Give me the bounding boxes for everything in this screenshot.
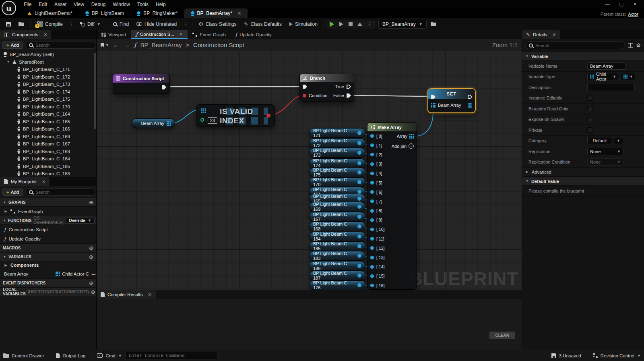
tree-item[interactable]: BP_LightBeam_C_172 xyxy=(0,73,96,81)
compile-options-kebab[interactable]: ⋮ xyxy=(67,21,76,27)
make-array-node[interactable]: Make Array [ 0] [ 1] [ 2] [ 3] [ 4] [ 5]… xyxy=(367,122,417,290)
add-local-variable-icon[interactable]: ⊕ xyxy=(91,289,95,295)
class-settings-button[interactable]: ⚙Class Settings xyxy=(195,19,240,29)
my-blueprint-search[interactable] xyxy=(25,188,96,196)
beam-array-get-node[interactable]: Beam Array xyxy=(132,118,175,128)
eventgraph-row[interactable]: ▶ EventGraph xyxy=(0,207,96,216)
default-value-section-header[interactable]: ▼Default Value xyxy=(522,176,644,186)
forward-button[interactable]: → xyxy=(124,41,130,49)
array-element-pin[interactable]: [ 12] xyxy=(367,243,417,253)
object-output-pin[interactable] xyxy=(357,274,361,278)
bookmarks-dropdown[interactable]: ▼ xyxy=(101,43,109,48)
hide-unrelated-options-kebab[interactable]: ⋮ xyxy=(181,21,190,27)
details-search[interactable] xyxy=(525,41,625,49)
object-output-pin[interactable] xyxy=(357,151,361,155)
close-icon[interactable]: ✕ xyxy=(237,11,241,16)
add-dispatcher-icon[interactable]: ⊕ xyxy=(89,280,93,286)
unsaved-assets-button[interactable]: 3 Unsaved xyxy=(551,353,581,358)
closed-eye-icon[interactable] xyxy=(91,272,96,275)
object-output-pin[interactable] xyxy=(357,190,361,194)
expander-arrow-icon[interactable]: ▶ xyxy=(4,210,8,213)
local-variables-section-header[interactable]: LOCAL VARIABLES(USERCONSTRUCTIONSCRIPT) … xyxy=(0,287,96,296)
play-button[interactable] xyxy=(328,21,336,28)
menu-debug[interactable]: Debug xyxy=(88,1,109,8)
tree-item[interactable]: BP_LightBeam_C_166 xyxy=(0,125,96,133)
hide-unrelated-button[interactable]: Hide Unrelated xyxy=(133,20,180,29)
true-exec-pin[interactable] xyxy=(347,85,351,89)
set-beam-array-node[interactable]: SET Beam Array xyxy=(427,88,476,113)
class-defaults-button[interactable]: ✎Class Defaults xyxy=(240,20,285,29)
private-checkbox[interactable] xyxy=(587,127,592,133)
tree-item[interactable]: BP_LightBeam_C_165 xyxy=(0,118,96,126)
object-output-pin[interactable] xyxy=(357,234,361,239)
graphs-section-header[interactable]: ▼GRAPHS ⊕ xyxy=(0,198,96,207)
array-element-pin[interactable]: [ 5] xyxy=(367,178,417,187)
object-output-pin[interactable] xyxy=(357,161,361,165)
close-icon[interactable]: ✕ xyxy=(179,32,183,37)
tree-item[interactable]: BP_LightBeam_C_164 xyxy=(0,110,96,118)
compiler-results-tab[interactable]: Compiler Results ✕ xyxy=(97,290,156,299)
tab-construction-script[interactable]: ƒConstruction S... ✕ xyxy=(131,30,188,39)
tab-bp-ringmaker[interactable]: BP_RingMaker* xyxy=(130,8,184,18)
array-element-pin[interactable]: [ 13] xyxy=(367,253,417,262)
get-node[interactable]: BP Light Beam C 171 xyxy=(309,128,365,138)
components-search-input[interactable] xyxy=(35,43,93,48)
array-element-pin[interactable]: [ 11] xyxy=(367,234,417,243)
tab-bp-beamarray[interactable]: BP_BeamArray* ✕ xyxy=(184,8,248,18)
get-node[interactable]: BP Light Beam C 168 xyxy=(309,222,365,231)
find-button[interactable]: Find xyxy=(109,20,132,29)
scrollbar[interactable] xyxy=(94,53,96,129)
frame-skip-button[interactable] xyxy=(337,21,345,28)
expose-on-spawn-checkbox[interactable] xyxy=(587,117,592,122)
menu-asset[interactable]: Asset xyxy=(51,1,70,8)
get-node[interactable]: BP Light Beam C 183 xyxy=(309,251,365,261)
array-element-pin[interactable]: [ 14] xyxy=(367,262,417,272)
tree-item[interactable]: BP_LightBeam_C_175 xyxy=(0,95,96,103)
close-icon[interactable]: ✕ xyxy=(552,32,556,37)
console-command-input[interactable] xyxy=(126,352,217,359)
tree-item[interactable]: BP_LightBeam_C_174 xyxy=(0,88,96,96)
object-output-pin[interactable] xyxy=(357,254,361,258)
index-input-pin[interactable] xyxy=(200,118,204,122)
menu-edit[interactable]: Edit xyxy=(35,1,51,8)
tab-event-graph[interactable]: Event Graph xyxy=(188,30,231,39)
get-node[interactable]: BP Light Beam C 187 xyxy=(309,271,365,280)
tree-item-self[interactable]: BP_BeamArray (Self) xyxy=(0,51,96,58)
tree-item[interactable]: BP_LightBeam_C_184 xyxy=(0,155,96,163)
content-drawer-button[interactable]: Content Drawer xyxy=(3,353,44,358)
browse-target-button[interactable] xyxy=(427,20,440,28)
tab-viewport[interactable]: Viewport xyxy=(97,30,131,39)
object-output-pin[interactable] xyxy=(357,131,361,135)
save-asset-button[interactable] xyxy=(2,20,14,28)
condition-pin[interactable] xyxy=(303,94,306,98)
get-node[interactable]: BP Light Beam C 170 xyxy=(309,177,365,187)
array-input-pin[interactable] xyxy=(431,103,436,108)
variable-type-dropdown[interactable]: Child Actor▼ xyxy=(587,73,619,80)
close-icon[interactable]: ✕ xyxy=(43,32,47,37)
my-blueprint-panel-tab[interactable]: My Blueprint ✕ xyxy=(0,177,50,186)
object-output-pin[interactable] xyxy=(357,224,361,228)
menu-help[interactable]: Help xyxy=(152,1,169,8)
branch-node[interactable]: Branch True Condition False xyxy=(299,74,354,102)
get-node[interactable]: BP Light Beam C 175 xyxy=(309,168,365,177)
array-element-pin[interactable]: [ 3] xyxy=(367,160,417,169)
blueprint-read-only-checkbox[interactable] xyxy=(587,106,592,111)
object-output-pin[interactable] xyxy=(357,205,361,209)
functions-section-header[interactable]: ▼ FUNCTIONS(19 OVERRIDABLE) Override▼ ⊕ xyxy=(0,216,96,225)
compile-button[interactable]: ? Compile xyxy=(33,20,66,29)
tree-item[interactable]: BP_LightBeam_C_167 xyxy=(0,140,96,148)
eject-button[interactable] xyxy=(356,21,364,28)
is-valid-index-node[interactable]: 23 IS VALIDINDEX xyxy=(196,104,275,127)
maximize-button[interactable]: ▢ xyxy=(615,2,627,7)
blueprint-graph-canvas[interactable]: BLUEPRINT xyxy=(97,51,522,290)
index-value-field[interactable]: 23 xyxy=(208,117,217,124)
revision-control-button[interactable]: Revision Control▼ xyxy=(593,353,641,358)
array-element-pin[interactable]: [ 4] xyxy=(367,169,417,178)
variable-name-field[interactable]: Beam Array xyxy=(587,62,626,70)
object-output-pin[interactable] xyxy=(357,180,361,184)
tree-item[interactable]: BP_LightBeam_C_170 xyxy=(0,103,96,111)
add-macro-icon[interactable]: ⊕ xyxy=(89,245,93,251)
simulation-button[interactable]: Simulation xyxy=(286,20,321,29)
close-icon[interactable]: ✕ xyxy=(42,179,45,185)
container-type-dropdown[interactable]: ▼ xyxy=(621,73,636,80)
